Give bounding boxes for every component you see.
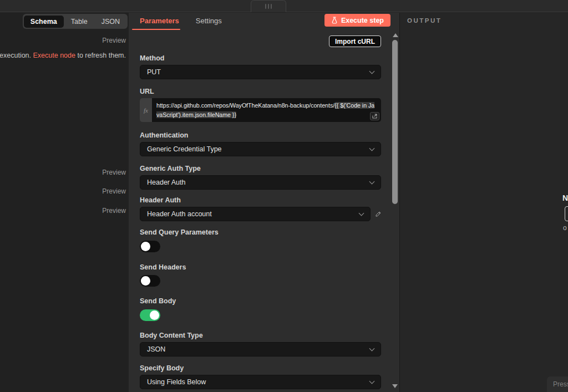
chevron-down-icon xyxy=(369,345,375,351)
grip-icon xyxy=(268,4,269,9)
preview-badge: Preview xyxy=(102,37,126,44)
specify-body-value: Using Fields Below xyxy=(147,378,206,386)
output-panel: OUTPUT N o Press xyxy=(399,13,568,392)
flask-icon xyxy=(331,17,338,24)
preview-badge: Preview xyxy=(102,207,126,215)
preview-badge: Preview xyxy=(102,169,126,176)
tab-settings[interactable]: Settings xyxy=(196,17,222,30)
chevron-down-icon xyxy=(369,378,375,384)
tab-parameters[interactable]: Parameters xyxy=(140,17,179,30)
scrollbar-up-arrow[interactable] xyxy=(393,33,398,37)
tab-schema[interactable]: Schema xyxy=(24,16,64,28)
fx-expression-icon[interactable]: fx xyxy=(140,98,152,122)
specify-body-label: Specify Body xyxy=(140,364,381,372)
generic-auth-type-label: Generic Auth Type xyxy=(140,165,381,172)
stale-data-notice: ul execution. Execute node to refresh th… xyxy=(0,52,126,59)
url-plain-text: https://api.github.com/repos/WayOfTheKat… xyxy=(156,102,334,109)
send-body-label: Send Body xyxy=(140,297,381,305)
top-bar xyxy=(0,0,568,12)
output-panel-title: OUTPUT xyxy=(407,17,442,24)
toggle-knob xyxy=(150,310,159,320)
notice-text: ul execution. xyxy=(0,52,33,59)
header-auth-credential-select[interactable]: Header Auth account xyxy=(140,207,371,221)
url-value[interactable]: https://api.github.com/repos/WayOfTheKat… xyxy=(152,98,381,122)
method-value: PUT xyxy=(147,68,161,76)
chevron-down-icon xyxy=(369,179,375,184)
body-content-type-label: Body Content Type xyxy=(140,332,381,339)
header-auth-label: Header Auth xyxy=(140,196,381,204)
send-body-toggle[interactable] xyxy=(140,309,160,321)
import-curl-button[interactable]: Import cURL xyxy=(329,35,381,47)
chevron-down-icon xyxy=(369,145,375,151)
authentication-value: Generic Credential Type xyxy=(147,145,222,153)
press-hint-tooltip: Press xyxy=(547,376,568,392)
chevron-down-icon xyxy=(369,68,375,74)
grip-icon xyxy=(265,4,266,9)
scrollbar-thumb[interactable] xyxy=(392,40,398,204)
specify-body-select[interactable]: Using Fields Below xyxy=(140,375,381,389)
generic-auth-type-select[interactable]: Header Auth xyxy=(140,175,381,190)
scrollbar xyxy=(392,31,399,392)
input-panel: Schema Table JSON Preview ul execution. … xyxy=(0,13,129,392)
execute-node-link[interactable]: Execute node xyxy=(33,52,75,59)
expand-expression-icon[interactable] xyxy=(370,112,379,120)
send-headers-toggle[interactable] xyxy=(140,275,160,287)
method-label: Method xyxy=(140,54,381,62)
tab-table[interactable]: Table xyxy=(64,16,94,28)
url-input[interactable]: fx https://api.github.com/repos/WayOfThe… xyxy=(140,98,381,122)
method-select[interactable]: PUT xyxy=(140,65,381,79)
generic-auth-type-value: Header Auth xyxy=(147,179,186,186)
panel-drag-handle[interactable] xyxy=(251,0,286,12)
grip-icon xyxy=(271,4,272,9)
parameters-scroll-area: Import cURL Method PUT URL fx https://ap… xyxy=(129,31,392,392)
execute-step-label: Execute step xyxy=(341,17,384,24)
toggle-knob xyxy=(141,242,150,251)
preview-badge: Preview xyxy=(102,187,126,195)
input-view-switcher: Schema Table JSON xyxy=(23,14,128,29)
body-content-type-select[interactable]: JSON xyxy=(140,342,381,357)
execute-step-button[interactable]: Execute step xyxy=(324,14,390,27)
send-query-parameters-toggle[interactable] xyxy=(140,241,160,252)
output-empty-heading-fragment: N xyxy=(562,194,568,202)
chevron-down-icon xyxy=(359,210,364,216)
output-empty-text-fragment: o xyxy=(563,224,567,232)
tab-json[interactable]: JSON xyxy=(95,16,126,28)
authentication-select[interactable]: Generic Credential Type xyxy=(140,142,381,156)
send-query-parameters-label: Send Query Parameters xyxy=(140,228,381,236)
send-headers-label: Send Headers xyxy=(140,263,381,271)
body-content-type-value: JSON xyxy=(147,345,165,353)
url-label: URL xyxy=(140,88,381,95)
toggle-knob xyxy=(141,276,150,286)
header-auth-credential-value: Header Auth account xyxy=(147,210,212,218)
notice-text: to refresh them. xyxy=(75,52,126,59)
parameters-panel: Parameters Settings Execute step Import … xyxy=(129,13,399,392)
authentication-label: Authentication xyxy=(140,131,381,139)
edit-pencil-icon[interactable] xyxy=(376,210,381,218)
output-empty-button-fragment[interactable] xyxy=(565,206,568,221)
scrollbar-down-arrow[interactable] xyxy=(392,384,398,388)
